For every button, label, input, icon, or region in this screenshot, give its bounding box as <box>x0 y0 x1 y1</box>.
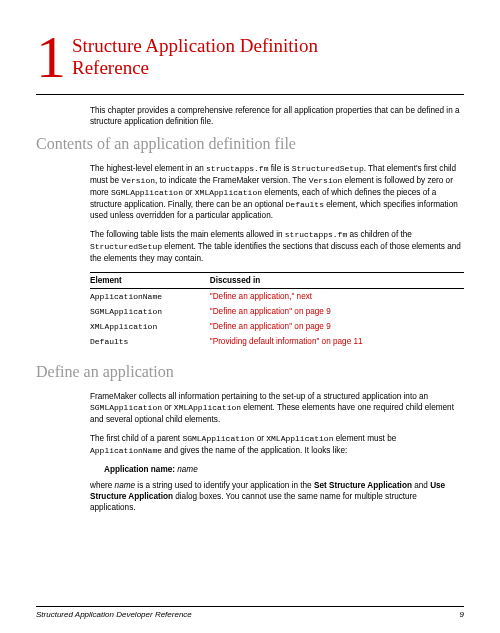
text: The first child of a parent <box>90 434 182 443</box>
chapter-title-line2: Reference <box>72 57 149 78</box>
text: where <box>90 481 115 490</box>
text: or <box>162 403 174 412</box>
cross-reference-link[interactable]: "Define an application" on page 9 <box>210 304 464 319</box>
text: or <box>254 434 266 443</box>
code: StructuredSetup <box>292 164 364 173</box>
element-name: XMLApplication <box>90 322 157 331</box>
code: StructuredSetup <box>90 242 162 251</box>
divider <box>36 94 464 95</box>
text: as children of the <box>347 230 412 239</box>
text: and <box>412 481 430 490</box>
section2-para3: where name is a string used to identify … <box>90 480 464 513</box>
text: is a string used to identify your applic… <box>135 481 314 490</box>
code: SGMLApplication <box>182 434 254 443</box>
chapter-number: 1 <box>36 30 66 84</box>
code: structapps.fm <box>206 164 268 173</box>
chapter-header: 1 Structure Application Definition Refer… <box>36 30 464 84</box>
code: XMLApplication <box>174 403 241 412</box>
element-name: ApplicationName <box>90 292 162 301</box>
table-row: ApplicationName "Define an application,"… <box>90 289 464 305</box>
text: file is <box>268 164 291 173</box>
code: structapps.fm <box>285 230 347 239</box>
table-header-discussed: Discussed in <box>210 273 464 289</box>
text: , to indicate the FrameMaker version. Th… <box>155 176 309 185</box>
section2-para2: The first child of a parent SGMLApplicat… <box>90 433 464 457</box>
table-row: XMLApplication "Define an application" o… <box>90 319 464 334</box>
code: XMLApplication <box>195 188 262 197</box>
text: The highest-level element in an <box>90 164 206 173</box>
code: ApplicationName <box>90 446 162 455</box>
section1-para2: The following table lists the main eleme… <box>90 229 464 264</box>
dialog-name: Set Structure Application <box>314 481 412 490</box>
chapter-title: Structure Application Definition Referen… <box>72 35 318 79</box>
param-variable: name <box>177 465 197 474</box>
code: SGMLApplication <box>111 188 183 197</box>
text: or <box>183 188 195 197</box>
chapter-title-line1: Structure Application Definition <box>72 35 318 56</box>
text: FrameMaker collects all information pert… <box>90 392 428 401</box>
variable: name <box>115 481 135 490</box>
elements-table: Element Discussed in ApplicationName "De… <box>90 272 464 349</box>
table-row: Defaults "Providing default information"… <box>90 334 464 349</box>
section-heading-define: Define an application <box>36 363 464 381</box>
code: Version <box>121 176 155 185</box>
text: element must be <box>333 434 396 443</box>
section-heading-contents: Contents of an application definition fi… <box>36 135 464 153</box>
section1-para1: The highest-level element in an structap… <box>90 163 464 221</box>
text: and gives the name of the application. I… <box>162 446 347 455</box>
page-number: 9 <box>460 610 464 619</box>
code: Version <box>309 176 343 185</box>
cross-reference-link[interactable]: "Define an application," next <box>210 289 464 305</box>
table-header-element: Element <box>90 273 210 289</box>
intro-paragraph: This chapter provides a comprehensive re… <box>90 105 464 127</box>
element-name: SGMLApplication <box>90 307 162 316</box>
element-name: Defaults <box>90 337 128 346</box>
code: SGMLApplication <box>90 403 162 412</box>
section2-para1: FrameMaker collects all information pert… <box>90 391 464 425</box>
text: The following table lists the main eleme… <box>90 230 285 239</box>
application-name-syntax: Application name: name <box>104 465 464 474</box>
table-row: SGMLApplication "Define an application" … <box>90 304 464 319</box>
cross-reference-link[interactable]: "Providing default information" on page … <box>210 334 464 349</box>
page-footer: Structured Application Developer Referen… <box>36 606 464 619</box>
param-label: Application name: <box>104 465 175 474</box>
code: Defaults <box>286 200 324 209</box>
footer-title: Structured Application Developer Referen… <box>36 610 192 619</box>
code: XMLApplication <box>266 434 333 443</box>
cross-reference-link[interactable]: "Define an application" on page 9 <box>210 319 464 334</box>
